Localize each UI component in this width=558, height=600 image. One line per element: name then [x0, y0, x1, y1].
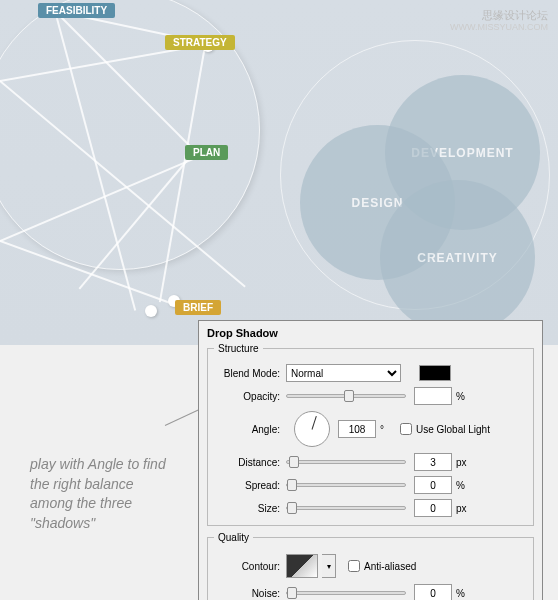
quality-legend: Quality: [214, 532, 253, 543]
spread-input[interactable]: [414, 476, 452, 494]
diagram-area: 思缘设计论坛 WWW.MISSYUAN.COM FEASIBILITY STRA…: [0, 0, 558, 345]
watermark-text: 思缘设计论坛: [482, 8, 548, 23]
quality-group: Quality Contour: ▾ Anti-aliased Noise: %: [207, 532, 534, 600]
anti-aliased-label: Anti-aliased: [364, 561, 416, 572]
contour-preview[interactable]: [286, 554, 318, 578]
structure-group: Structure Blend Mode: Normal Opacity: % …: [207, 343, 534, 526]
annotation-text: play with Angle to find the right balanc…: [30, 455, 170, 533]
size-unit: px: [456, 503, 476, 514]
watermark-url: WWW.MISSYUAN.COM: [450, 22, 548, 32]
panel-area: play with Angle to find the right balanc…: [0, 345, 558, 600]
contour-dropdown-icon[interactable]: ▾: [322, 554, 336, 578]
angle-wheel[interactable]: [294, 411, 330, 447]
opacity-unit: %: [456, 391, 476, 402]
venn-creativity: CREATIVITY: [380, 180, 535, 335]
spread-slider[interactable]: [286, 483, 406, 487]
tag-feasibility: FEASIBILITY: [38, 3, 115, 18]
angle-unit: °: [380, 424, 400, 435]
spread-label: Spread:: [214, 480, 286, 491]
noise-unit: %: [456, 588, 476, 599]
anti-aliased-checkbox[interactable]: [348, 560, 360, 572]
drop-shadow-dialog: Drop Shadow Structure Blend Mode: Normal…: [198, 320, 543, 600]
dialog-title: Drop Shadow: [207, 327, 534, 339]
size-label: Size:: [214, 503, 286, 514]
tag-plan: PLAN: [185, 145, 228, 160]
distance-slider[interactable]: [286, 460, 406, 464]
shadow-color-swatch[interactable]: [419, 365, 451, 381]
tag-strategy: STRATEGY: [165, 35, 235, 50]
distance-label: Distance:: [214, 457, 286, 468]
angle-input[interactable]: [338, 420, 376, 438]
network-node: [145, 305, 157, 317]
structure-legend: Structure: [214, 343, 263, 354]
opacity-label: Opacity:: [214, 391, 286, 402]
spread-unit: %: [456, 480, 476, 491]
contour-label: Contour:: [214, 561, 286, 572]
noise-slider[interactable]: [286, 591, 406, 595]
global-light-label: Use Global Light: [416, 424, 490, 435]
angle-label: Angle:: [214, 424, 286, 435]
global-light-checkbox[interactable]: [400, 423, 412, 435]
tag-brief: BRIEF: [175, 300, 221, 315]
blend-mode-label: Blend Mode:: [214, 368, 286, 379]
distance-input[interactable]: [414, 453, 452, 471]
blend-mode-select[interactable]: Normal: [286, 364, 401, 382]
noise-label: Noise:: [214, 588, 286, 599]
size-input[interactable]: [414, 499, 452, 517]
size-slider[interactable]: [286, 506, 406, 510]
opacity-input[interactable]: [414, 387, 452, 405]
noise-input[interactable]: [414, 584, 452, 600]
distance-unit: px: [456, 457, 476, 468]
venn-diagram: DEVELOPMENT DESIGN CREATIVITY: [290, 45, 550, 305]
opacity-slider[interactable]: [286, 394, 406, 398]
